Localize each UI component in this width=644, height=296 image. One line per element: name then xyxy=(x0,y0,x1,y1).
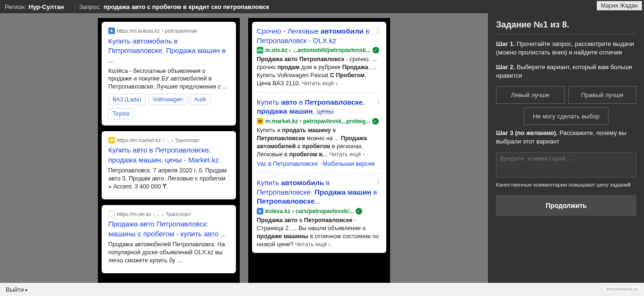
verified-icon: ✓ xyxy=(372,118,379,125)
tag-toyota[interactable]: Toyota xyxy=(108,108,133,119)
result-title[interactable]: Срочно - Легковые автомобили в Петропавл… xyxy=(257,27,382,45)
query-label: Запрос: xyxy=(79,3,101,10)
read-more[interactable]: Читать ещё › xyxy=(295,241,331,248)
left-result-1[interactable]: k https://m.kolesa.kz › petropavlovsk Ку… xyxy=(102,22,236,126)
left-serp-column[interactable]: k https://m.kolesa.kz › petropavlovsk Ку… xyxy=(98,18,240,283)
result-desc: Колёса - бесплатные объявления о продаже… xyxy=(108,67,229,91)
region-label: Регион: xyxy=(5,3,26,10)
sitelink-1[interactable]: Vaz в Петропавловске xyxy=(257,161,318,167)
cannot-choose-button[interactable]: Не могу сделать выбор xyxy=(524,108,609,125)
sitelinks: Vaz в Петропавловске · Мобильная версия xyxy=(257,160,382,168)
read-more[interactable]: Читать ещё › xyxy=(329,151,365,158)
comment-textarea[interactable] xyxy=(496,152,636,178)
watermark-badge: irecommend.ru xyxy=(603,285,641,293)
task-title: Задание №1 из 8. xyxy=(496,20,636,30)
breadcrumb-host: https://m.olx.kz xyxy=(117,211,151,218)
tags-row: ВАЗ (Lada) Volkswagen Audi Toyota xyxy=(108,94,229,119)
result-desc: Продажа авто в Петропавловске - Страница… xyxy=(257,216,382,249)
chevron-down-icon: ▾ xyxy=(25,287,27,293)
right-better-button[interactable]: Правый лучше xyxy=(568,86,637,104)
kebab-icon[interactable]: ⋮ xyxy=(375,98,382,104)
result-url: olx m.olx.kz › ...avtomobili/petropavlov… xyxy=(257,46,382,54)
exit-button[interactable]: Выйти▾ xyxy=(6,286,27,293)
query-value: продажа авто с пробегом в кредит ско пет… xyxy=(104,3,269,10)
left-result-3[interactable]: olx https://m.olx.kz › ... › Транспорт П… xyxy=(102,205,236,273)
choice-row: Левый лучше Правый лучше xyxy=(496,86,636,104)
left-result-2[interactable]: M https://m.market.kz › ... › Транспорт … xyxy=(102,131,236,199)
sitelink-2[interactable]: Мобильная версия xyxy=(323,161,375,167)
tag-audi[interactable]: Audi xyxy=(190,94,210,105)
user-badge[interactable]: Мария Жадан xyxy=(597,1,642,10)
result-title[interactable]: Продажа авто Петропавловск: машины с про… xyxy=(108,219,229,239)
breadcrumb-host: https://m.kolesa.kz xyxy=(117,27,160,35)
result-desc: Петропавловск. 7 апреля 2020 г. 0. Прода… xyxy=(108,167,229,191)
breadcrumb-path: › petropavlovsk xyxy=(162,27,197,35)
result-desc: Купить и продать машину в Петропавловске… xyxy=(257,126,382,159)
result-title[interactable]: Купить автомобиль в Петропавловске. Прод… xyxy=(257,178,382,206)
kebab-icon[interactable]: ⋮ xyxy=(375,178,382,185)
bottom-bar: Выйти▾ xyxy=(0,283,644,296)
main-area: k https://m.kolesa.kz › petropavlovsk Ку… xyxy=(0,13,644,283)
verified-icon: ✓ xyxy=(356,208,362,215)
kolesa-icon: k xyxy=(108,27,115,34)
url-text: m.olx.kz › ...avtomobili/petropavlovsk..… xyxy=(265,46,371,54)
choice-row-none: Не могу сделать выбор xyxy=(496,108,636,125)
breadcrumb-path: › ... › Транспорт xyxy=(153,211,191,218)
breadcrumb-path: › ... › Транспорт xyxy=(163,137,200,144)
region-value: Нур-Султан xyxy=(28,3,64,10)
result-title[interactable]: Купить автомобиль в Петропавловске. Прод… xyxy=(108,36,229,65)
breadcrumb-host: https://m.market.kz xyxy=(117,137,161,144)
market-icon: M xyxy=(108,137,115,144)
result-desc: Продажа авто Петропавловск - срочно. ...… xyxy=(257,55,382,88)
left-better-button[interactable]: Левый лучше xyxy=(496,86,565,104)
tag-vw[interactable]: Volkswagen xyxy=(148,94,187,105)
step-1: Шаг 1. Прочитайте запрос, рассмотрите вы… xyxy=(496,40,636,56)
right-serp-column[interactable]: ⋮ Срочно - Легковые автомобили в Петропа… xyxy=(248,18,390,283)
kolesa-icon: K xyxy=(257,208,263,215)
right-result-1[interactable]: ⋮ Срочно - Легковые автомобили в Петропа… xyxy=(252,22,386,253)
result-title[interactable]: Купить авто в Петропавловске, продажа ма… xyxy=(108,145,229,165)
step-3: Шаг 3 (по желанию). Расскажите, почему в… xyxy=(496,129,636,145)
continue-button[interactable]: Продолжить xyxy=(496,195,636,216)
serp-container: k https://m.kolesa.kz › petropavlovsk Ку… xyxy=(0,13,488,283)
olx-icon: olx xyxy=(108,211,115,217)
olx-icon: olx xyxy=(257,47,263,54)
url-text: m.market.kz › petropavlovsk...probeg... xyxy=(265,117,370,125)
result-url: M m.market.kz › petropavlovsk...probeg..… xyxy=(257,117,382,125)
kebab-icon[interactable]: ⋮ xyxy=(375,27,382,33)
url-text: kolesa.kz › cars/petropavlovsk/... xyxy=(265,207,354,215)
top-bar: Регион: Нур-Султан Запрос: продажа авто … xyxy=(0,0,644,13)
read-more[interactable]: Читать ещё › xyxy=(302,80,337,87)
result-desc: Продажа автомобилей Петропавловск. На по… xyxy=(108,241,229,265)
market-icon: M xyxy=(257,118,263,125)
task-sidebar: Задание №1 из 8. Шаг 1. Прочитайте запро… xyxy=(488,13,644,283)
vbar xyxy=(75,2,75,11)
verified-icon: ✓ xyxy=(373,47,379,54)
tag-lada[interactable]: ВАЗ (Lada) xyxy=(108,94,146,105)
step-2: Шаг 2. Выберите вариант, который вам бол… xyxy=(496,63,636,80)
result-url: K kolesa.kz › cars/petropavlovsk/... ✓ xyxy=(257,207,382,215)
comment-hint: Качественные комментарии повышают цену з… xyxy=(496,182,636,188)
result-title[interactable]: Купить авто в Петропавловске, продажа ма… xyxy=(257,98,382,116)
